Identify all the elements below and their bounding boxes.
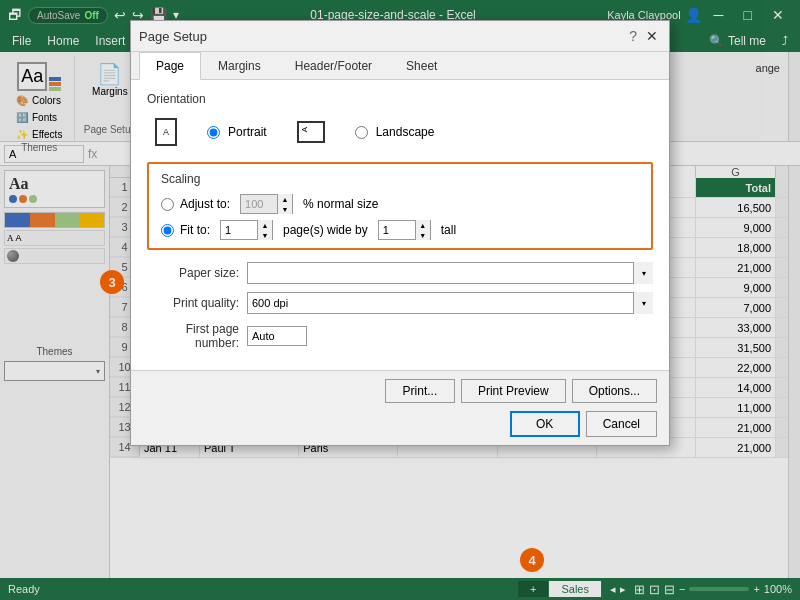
landscape-letter: A [300,127,309,132]
fit-to-label: Fit to: [180,223,210,237]
print-preview-button[interactable]: Print Preview [461,379,566,403]
fit-wide-spin-buttons: ▲ ▼ [257,220,272,240]
first-page-label: First page number: [147,322,247,350]
first-page-row: First page number: [147,322,653,350]
portrait-radio[interactable] [207,126,220,139]
fit-wide-increment[interactable]: ▲ [258,220,272,230]
paper-size-select-wrapper: ▾ [247,262,653,284]
ok-button[interactable]: OK [510,411,580,437]
orientation-section: Orientation A Portrait [147,92,653,150]
landscape-icon: A [297,121,325,143]
tab-margins[interactable]: Margins [201,52,278,80]
orientation-options: A Portrait A Landsca [147,114,653,150]
landscape-label: Landscape [376,125,435,139]
dialog-title-bar: Page Setup ? ✕ [131,21,669,52]
fit-wide-value[interactable] [221,221,257,239]
tall-label: tall [441,223,456,237]
footer-buttons-bottom: OK Cancel [143,411,657,437]
fit-tall-spinner[interactable]: ▲ ▼ [378,220,431,240]
page-setup-dialog: Page Setup ? ✕ Page Margins Header/Foote… [130,20,670,446]
tab-page[interactable]: Page [139,52,201,80]
print-button[interactable]: Print... [385,379,455,403]
fit-tall-value[interactable] [379,221,415,239]
paper-size-select[interactable] [247,262,653,284]
dialog-close-button[interactable]: ✕ [643,27,661,45]
scaling-section: Scaling Adjust to: ▲ ▼ % normal size [147,162,653,250]
landscape-radio-label[interactable]: Landscape [355,125,435,139]
adjust-to-radio[interactable] [161,198,174,211]
portrait-label: Portrait [228,125,267,139]
options-button[interactable]: Options... [572,379,657,403]
dialog-controls: ? ✕ [629,27,661,45]
tab-sheet[interactable]: Sheet [389,52,454,80]
orientation-label: Orientation [147,92,653,106]
dialog-title: Page Setup [139,29,207,44]
adjust-to-value[interactable] [241,195,277,213]
normal-size-label: % normal size [303,197,378,211]
print-quality-label: Print quality: [147,296,247,310]
portrait-option[interactable]: A [155,118,177,146]
portrait-letter: A [163,127,169,137]
adjust-to-spin-buttons: ▲ ▼ [277,194,292,214]
paper-size-label: Paper size: [147,266,247,280]
fit-tall-increment[interactable]: ▲ [416,220,430,230]
landscape-radio[interactable] [355,126,368,139]
fit-to-row: Fit to: ▲ ▼ page(s) wide by ▲ ▼ [161,220,639,240]
adjust-to-increment[interactable]: ▲ [278,194,292,204]
adjust-to-spinner[interactable]: ▲ ▼ [240,194,293,214]
tab-header-footer[interactable]: Header/Footer [278,52,389,80]
fit-wide-decrement[interactable]: ▼ [258,230,272,240]
paper-size-row: Paper size: ▾ [147,262,653,284]
first-page-input[interactable] [247,326,307,346]
adjust-to-label: Adjust to: [180,197,230,211]
fit-wide-spinner[interactable]: ▲ ▼ [220,220,273,240]
print-quality-row: Print quality: 600 dpi ▾ [147,292,653,314]
fit-to-radio[interactable] [161,224,174,237]
landscape-option[interactable]: A [297,121,325,143]
pages-wide-label: page(s) wide by [283,223,368,237]
dialog-tabs: Page Margins Header/Footer Sheet [131,52,669,80]
cancel-button[interactable]: Cancel [586,411,657,437]
modal-overlay: Page Setup ? ✕ Page Margins Header/Foote… [0,0,800,600]
dialog-body: Orientation A Portrait [131,80,669,370]
portrait-radio-label[interactable]: Portrait [207,125,267,139]
footer-buttons-top: Print... Print Preview Options... [143,379,657,403]
dialog-footer: Print... Print Preview Options... OK Can… [131,370,669,445]
dialog-help-button[interactable]: ? [629,28,637,44]
fit-tall-decrement[interactable]: ▼ [416,230,430,240]
adjust-to-row: Adjust to: ▲ ▼ % normal size [161,194,639,214]
scaling-title: Scaling [161,172,639,186]
portrait-icon: A [155,118,177,146]
adjust-to-decrement[interactable]: ▼ [278,204,292,214]
print-quality-select-wrapper: 600 dpi ▾ [247,292,653,314]
print-quality-select[interactable]: 600 dpi [247,292,653,314]
fit-tall-spin-buttons: ▲ ▼ [415,220,430,240]
